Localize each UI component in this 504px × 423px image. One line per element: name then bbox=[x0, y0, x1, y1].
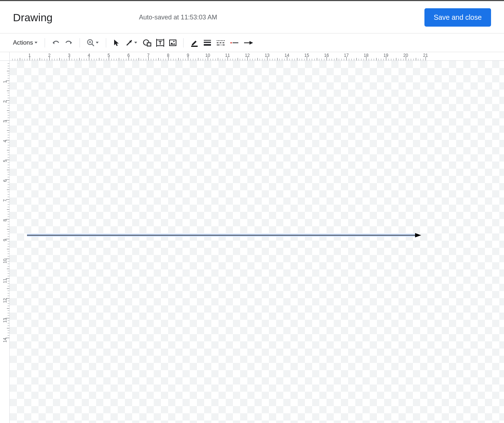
ruler-number: 1 bbox=[3, 81, 8, 83]
ruler-corner bbox=[0, 52, 10, 61]
chevron-down-icon bbox=[134, 42, 137, 44]
line-weight-button[interactable] bbox=[201, 37, 214, 49]
ruler-number: 4 bbox=[88, 53, 90, 58]
actions-menu-button[interactable]: Actions bbox=[11, 37, 40, 49]
undo-button[interactable] bbox=[49, 37, 62, 49]
arrow-line-shape[interactable] bbox=[27, 233, 421, 238]
cursor-icon bbox=[113, 39, 120, 47]
ruler-number: 21 bbox=[423, 53, 428, 58]
ruler-number: 4 bbox=[3, 140, 8, 142]
ruler-number: 2 bbox=[48, 53, 51, 58]
ruler-number: 11 bbox=[225, 53, 230, 58]
ruler-number: 6 bbox=[3, 179, 8, 182]
ruler-number: 6 bbox=[127, 53, 130, 58]
text-box-icon bbox=[156, 39, 165, 47]
ruler-number: 20 bbox=[403, 53, 408, 58]
horizontal-ruler: 123456789101112131415161718192021 bbox=[10, 52, 504, 61]
ruler-number: 9 bbox=[187, 53, 189, 58]
editor-area: 123456789101112131415161718192021 123456… bbox=[0, 52, 504, 423]
toolbar: Actions bbox=[0, 33, 504, 52]
ruler-number: 5 bbox=[108, 53, 110, 58]
svg-rect-14 bbox=[170, 40, 176, 46]
ruler-number: 2 bbox=[3, 100, 8, 103]
ruler-number: 12 bbox=[245, 53, 249, 58]
redo-button[interactable] bbox=[62, 37, 75, 49]
ruler-number: 3 bbox=[68, 53, 71, 58]
ruler-number: 10 bbox=[205, 53, 210, 58]
line-color-button[interactable] bbox=[188, 37, 201, 49]
svg-rect-16 bbox=[191, 46, 198, 47]
svg-rect-18 bbox=[204, 42, 211, 43]
ruler-number: 15 bbox=[304, 53, 309, 58]
save-and-close-button[interactable]: Save and close bbox=[424, 8, 491, 27]
svg-rect-6 bbox=[147, 43, 151, 46]
redo-icon bbox=[64, 39, 73, 46]
autosave-status: Auto-saved at 11:53:03 AM bbox=[139, 14, 217, 21]
ruler-number: 17 bbox=[344, 53, 348, 58]
line-dash-icon bbox=[216, 39, 225, 46]
ruler-number: 7 bbox=[147, 53, 150, 58]
image-button[interactable] bbox=[167, 37, 179, 49]
line-weight-icon bbox=[203, 39, 212, 46]
ruler-number: 13 bbox=[265, 53, 269, 58]
line-start-button[interactable] bbox=[228, 37, 241, 49]
svg-point-15 bbox=[173, 41, 175, 42]
ruler-number: 19 bbox=[383, 53, 388, 58]
shape-icon bbox=[143, 39, 152, 47]
dialog-header: Drawing Auto-saved at 11:53:03 AM Save a… bbox=[0, 1, 504, 33]
ruler-number: 7 bbox=[3, 199, 8, 202]
ruler-number: 5 bbox=[3, 160, 8, 162]
line-icon bbox=[125, 39, 133, 47]
shape-tool-button[interactable] bbox=[141, 37, 154, 49]
toolbar-separator bbox=[45, 38, 45, 47]
line-start-icon bbox=[230, 41, 239, 45]
line-tool-button[interactable] bbox=[122, 37, 141, 49]
ruler-number: 16 bbox=[324, 53, 329, 58]
svg-rect-17 bbox=[204, 40, 211, 41]
actions-label: Actions bbox=[13, 39, 33, 46]
ruler-number: 14 bbox=[284, 53, 289, 58]
text-box-button[interactable] bbox=[154, 37, 167, 49]
toolbar-separator bbox=[80, 38, 80, 47]
ruler-number: 3 bbox=[3, 120, 8, 123]
zoom-icon bbox=[87, 39, 95, 47]
svg-rect-23 bbox=[230, 42, 232, 43]
ruler-number: 11 bbox=[3, 278, 8, 283]
ruler-number: 13 bbox=[3, 318, 8, 323]
ruler-number: 9 bbox=[3, 239, 8, 241]
chevron-down-icon bbox=[35, 42, 37, 44]
line-end-button[interactable] bbox=[241, 37, 256, 49]
ruler-number: 8 bbox=[3, 219, 8, 222]
line-dash-button[interactable] bbox=[214, 37, 228, 49]
toolbar-separator bbox=[106, 38, 106, 47]
drawing-canvas[interactable] bbox=[10, 61, 504, 423]
vertical-ruler: 1234567891011121314 bbox=[0, 61, 10, 423]
ruler-number: 12 bbox=[3, 298, 8, 303]
ruler-number: 14 bbox=[3, 338, 8, 342]
line-end-icon bbox=[243, 40, 253, 45]
image-icon bbox=[169, 39, 177, 46]
undo-icon bbox=[51, 39, 60, 46]
svg-rect-19 bbox=[204, 44, 211, 46]
svg-line-1 bbox=[92, 44, 94, 46]
ruler-number: 8 bbox=[167, 53, 170, 58]
select-tool-button[interactable] bbox=[111, 37, 122, 49]
chevron-down-icon bbox=[96, 42, 99, 44]
ruler-number: 10 bbox=[3, 259, 8, 263]
ruler-number: 1 bbox=[28, 53, 31, 58]
dialog-title: Drawing bbox=[13, 12, 53, 24]
zoom-button[interactable] bbox=[84, 37, 102, 49]
toolbar-separator bbox=[183, 38, 184, 47]
pen-icon bbox=[190, 38, 199, 47]
ruler-number: 18 bbox=[364, 53, 368, 58]
